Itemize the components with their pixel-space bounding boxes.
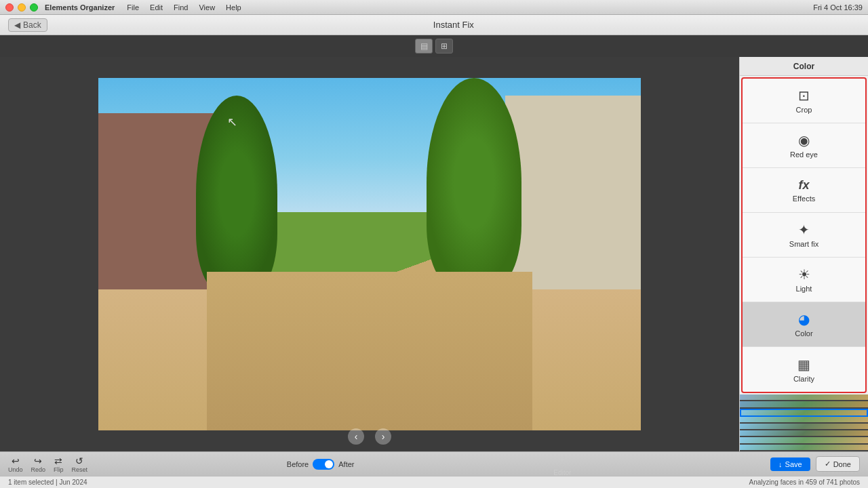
undo-icon: ↩ bbox=[12, 455, 20, 466]
nav-arrows: ‹ › bbox=[348, 428, 391, 445]
tool-panel: ⊡ Crop ◉ Red eye fx Effects ✦ Smart fix … bbox=[741, 77, 867, 393]
redo-icon: ↪ bbox=[34, 455, 42, 466]
color-icon: ◕ bbox=[798, 311, 810, 327]
thumbnail-5[interactable] bbox=[740, 424, 868, 430]
tool-item-smart-fix[interactable]: ✦ Smart fix bbox=[743, 213, 865, 258]
flip-label: Flip bbox=[54, 466, 64, 473]
color-label: Color bbox=[795, 329, 812, 338]
menu-find[interactable]: Find bbox=[174, 3, 188, 12]
thumbnail-6[interactable] bbox=[740, 430, 868, 437]
thumbnail-3[interactable] bbox=[740, 409, 868, 417]
effects-label: Effects bbox=[793, 195, 815, 203]
status-right: Analyzing faces in 459 of 741 photos bbox=[749, 479, 860, 486]
reset-icon: ↺ bbox=[75, 455, 83, 466]
back-button[interactable]: ◀ Back bbox=[8, 18, 47, 32]
undo-label: Undo bbox=[8, 466, 23, 473]
titlebar-left: Elements Organizer File Edit Find View H… bbox=[5, 3, 241, 12]
smart-fix-icon: ✦ bbox=[798, 222, 810, 238]
app-name: Elements Organizer bbox=[45, 3, 115, 12]
maximize-button[interactable] bbox=[30, 3, 38, 12]
effects-icon: fx bbox=[798, 178, 809, 192]
panel-header: Color bbox=[740, 57, 868, 76]
reset-label: Reset bbox=[72, 466, 88, 473]
before-after-switch[interactable] bbox=[313, 459, 334, 470]
bottom-bar: ↩ Undo ↪ Redo ⇄ Flip ↺ Reset Before Afte… bbox=[0, 451, 868, 476]
toolbar: ◀ Back Instant Fix bbox=[0, 15, 868, 35]
thumbnail-4[interactable] bbox=[740, 417, 868, 424]
next-image-button[interactable]: › bbox=[375, 428, 391, 445]
crop-icon: ⊡ bbox=[798, 87, 810, 104]
tool-item-crop[interactable]: ⊡ Crop bbox=[743, 79, 865, 123]
close-button[interactable] bbox=[5, 3, 14, 12]
thumbnail-8[interactable] bbox=[740, 445, 868, 451]
main-image bbox=[98, 78, 641, 430]
editor-label: Editor bbox=[553, 469, 571, 476]
before-label: Before bbox=[287, 460, 309, 468]
grid-view-button[interactable]: ⊞ bbox=[435, 39, 453, 54]
main-area: ‹ › ↖ Color ⊡ Crop ◉ Red eye fx Effects bbox=[0, 57, 868, 451]
thumbnail-7[interactable] bbox=[740, 437, 868, 444]
image-area: ‹ › ↖ bbox=[0, 57, 739, 451]
single-view-button[interactable]: ▤ bbox=[415, 39, 433, 54]
status-left: 1 item selected | Jun 2024 bbox=[8, 479, 87, 486]
single-view-icon: ▤ bbox=[420, 41, 428, 51]
redo-label: Redo bbox=[31, 466, 46, 473]
tool-item-light[interactable]: ☀ Light bbox=[743, 258, 865, 302]
menu-edit[interactable]: Edit bbox=[150, 3, 163, 12]
crop-label: Crop bbox=[796, 106, 812, 114]
undo-tool[interactable]: ↩ Undo bbox=[8, 455, 23, 473]
save-icon: ↓ bbox=[778, 460, 783, 468]
editor-icon: ✏ bbox=[558, 452, 567, 465]
grid-view-icon: ⊞ bbox=[441, 41, 448, 51]
thumbnail-1[interactable] bbox=[740, 394, 868, 401]
toggle-knob bbox=[325, 460, 333, 468]
titlebar: Elements Organizer File Edit Find View H… bbox=[0, 0, 868, 15]
bottom-tools: ↩ Undo ↪ Redo ⇄ Flip ↺ Reset bbox=[8, 455, 87, 473]
clarity-icon: ▦ bbox=[797, 357, 810, 373]
view-toggle-bar: ▤ ⊞ bbox=[0, 35, 868, 57]
tree-left bbox=[196, 96, 277, 292]
page-title: Instant Fix bbox=[47, 20, 860, 30]
after-label: After bbox=[338, 460, 354, 468]
road-layer bbox=[207, 272, 532, 430]
right-panel: Color ⊡ Crop ◉ Red eye fx Effects ✦ Smar… bbox=[739, 57, 868, 451]
smart-fix-label: Smart fix bbox=[789, 240, 818, 248]
panel-title: Color bbox=[793, 62, 814, 71]
tree-right bbox=[427, 78, 521, 288]
redo-tool[interactable]: ↪ Redo bbox=[31, 455, 46, 473]
editor-section: ✏ Editor bbox=[553, 452, 571, 476]
flip-tool[interactable]: ⇄ Flip bbox=[54, 455, 64, 473]
status-bar: 1 item selected | Jun 2024 Analyzing fac… bbox=[0, 476, 868, 488]
light-icon: ☀ bbox=[798, 266, 810, 283]
datetime: Fri 4 Oct 16:39 bbox=[813, 3, 863, 12]
prev-image-button[interactable]: ‹ bbox=[348, 428, 364, 445]
tool-item-effects[interactable]: fx Effects bbox=[743, 168, 865, 213]
bottom-right: ↓ Save ✓ Done bbox=[770, 456, 860, 472]
light-label: Light bbox=[796, 285, 812, 293]
red-eye-label: Red eye bbox=[790, 150, 818, 159]
checkmark-icon: ✓ bbox=[825, 460, 831, 468]
before-after-toggle: Before After bbox=[287, 459, 355, 470]
tool-item-color[interactable]: ◕ Color bbox=[743, 302, 865, 347]
save-button[interactable]: ↓ Save bbox=[770, 458, 810, 471]
image-container bbox=[98, 78, 641, 430]
red-eye-icon: ◉ bbox=[798, 132, 810, 148]
menu-view[interactable]: View bbox=[199, 3, 215, 12]
thumbnail-strip bbox=[740, 394, 868, 451]
clarity-label: Clarity bbox=[793, 375, 814, 383]
menu-help[interactable]: Help bbox=[226, 3, 241, 12]
menu-bar: File Edit Find View Help bbox=[127, 3, 241, 12]
tool-item-red-eye[interactable]: ◉ Red eye bbox=[743, 123, 865, 168]
back-arrow-icon: ◀ bbox=[14, 20, 20, 30]
flip-icon: ⇄ bbox=[54, 455, 62, 466]
menu-file[interactable]: File bbox=[127, 3, 139, 12]
thumbnail-2[interactable] bbox=[740, 401, 868, 408]
titlebar-right: Fri 4 Oct 16:39 bbox=[813, 3, 863, 12]
minimize-button[interactable] bbox=[18, 3, 26, 12]
done-button[interactable]: ✓ Done bbox=[816, 456, 860, 472]
reset-tool[interactable]: ↺ Reset bbox=[72, 455, 88, 473]
tool-item-clarity[interactable]: ▦ Clarity bbox=[743, 347, 865, 392]
